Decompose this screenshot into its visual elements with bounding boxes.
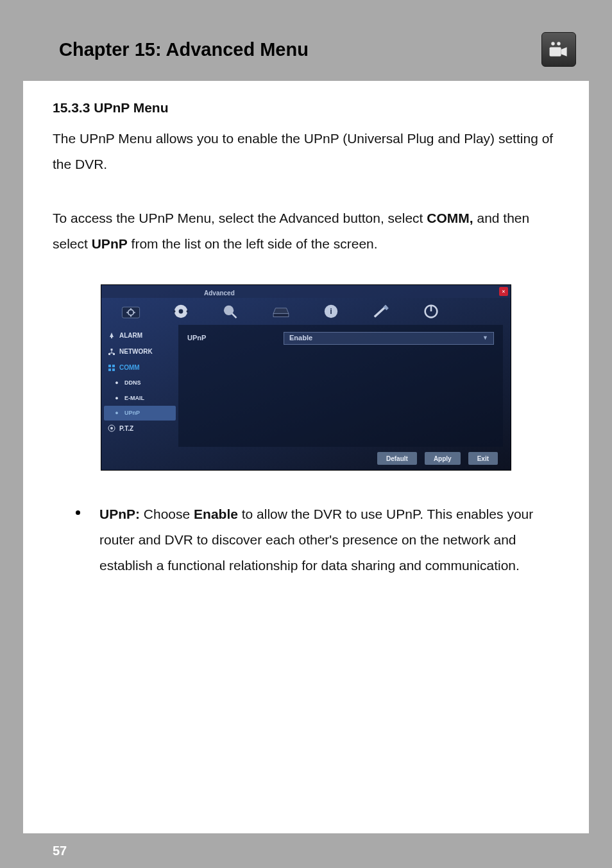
svg-point-2 [551, 42, 554, 45]
default-button[interactable]: Default [377, 452, 417, 465]
upnp-dropdown[interactable]: Enable ▼ [284, 332, 494, 345]
bullet-dot-icon [76, 510, 80, 515]
info-icon[interactable]: i [319, 302, 343, 321]
grid-icon [108, 364, 115, 372]
dvr-advanced-screenshot: Advanced × i [101, 284, 511, 471]
sidebar-item-label: UPnP [124, 408, 140, 419]
ptz-icon [108, 424, 115, 432]
sidebar-item-network[interactable]: NETWORK [101, 343, 178, 360]
bullet-icon: ● [113, 394, 121, 402]
bullet-icon: ● [113, 409, 121, 417]
svg-rect-27 [111, 349, 113, 351]
svg-point-11 [179, 309, 183, 314]
sidebar-item-label: DDNS [124, 378, 141, 388]
svg-rect-31 [112, 365, 115, 367]
settings-gear-icon[interactable] [119, 302, 142, 321]
svg-marker-1 [561, 47, 567, 56]
bullet-icon: ● [113, 379, 121, 387]
text-fragment: from the list on the left side of the sc… [128, 236, 378, 251]
bell-icon [108, 332, 115, 340]
sidebar-item-label: ALARM [119, 329, 142, 342]
top-icon-row: i [101, 298, 511, 325]
svg-text:i: i [330, 307, 332, 317]
sidebar-item-alarm[interactable]: ALARM [101, 327, 178, 343]
dialog-footer: Default Apply Exit [377, 452, 498, 465]
svg-line-15 [232, 314, 237, 318]
sidebar-item-label: P.T.Z [119, 422, 133, 435]
chapter-header: Chapter 15: Advanced Menu [23, 23, 589, 81]
network-icon [108, 348, 115, 356]
svg-point-13 [187, 311, 189, 313]
text-fragment: To access the UPnP Menu, select the Adva… [53, 211, 427, 225]
dropdown-value: Enable [289, 331, 312, 345]
text-strong-upnp: UPnP [92, 236, 128, 251]
settings-panel: UPnP Enable ▼ [178, 325, 503, 447]
text-strong-comm: COMM, [427, 211, 473, 225]
sidebar-item-comm[interactable]: COMM [101, 360, 178, 376]
hdd-icon[interactable] [269, 302, 293, 321]
upnp-field-row: UPnP Enable ▼ [178, 325, 503, 351]
content-area: 15.3.3 UPnP Menu The UPnP Menu allows yo… [23, 81, 589, 578]
window-title: Advanced [204, 287, 235, 299]
close-icon[interactable]: × [499, 287, 508, 296]
intro-paragraph: The UPnP Menu allows you to enable the U… [53, 126, 559, 177]
bullet-lead: UPnP: [99, 507, 140, 521]
svg-marker-16 [273, 308, 289, 314]
magnifier-icon[interactable] [219, 302, 242, 321]
svg-rect-33 [112, 369, 115, 371]
window-titlebar: Advanced × [101, 285, 511, 298]
page-number: 57 [53, 844, 67, 858]
camera-device-icon [541, 32, 576, 67]
sidebar-item-label: NETWORK [119, 345, 153, 358]
sidebar-item-upnp[interactable]: ● UPnP [104, 406, 176, 421]
svg-point-12 [173, 311, 175, 313]
svg-rect-0 [550, 47, 561, 56]
sidebar-item-ptz[interactable]: P.T.Z [101, 421, 178, 437]
sidebar-item-email[interactable]: ● E-MAIL [101, 391, 178, 406]
svg-rect-32 [108, 369, 111, 371]
upnp-field-label: UPnP [187, 331, 284, 345]
svg-point-35 [110, 427, 113, 430]
chapter-title: Chapter 15: Advanced Menu [59, 39, 309, 60]
sidebar-item-label: COMM [119, 361, 140, 374]
text-strong-enable: Enable [194, 507, 238, 521]
exit-button[interactable]: Exit [468, 452, 498, 465]
bullet-item: UPnP: Choose Enable to allow the DVR to … [53, 501, 559, 578]
instruction-paragraph: To access the UPnP Menu, select the Adva… [53, 205, 559, 257]
bullet-text: UPnP: Choose Enable to allow the DVR to … [99, 501, 559, 578]
sidebar-item-ddns[interactable]: ● DDNS [101, 376, 178, 390]
text-fragment: Choose [140, 507, 194, 521]
svg-point-3 [557, 42, 560, 45]
section-heading: 15.3.3 UPnP Menu [53, 95, 559, 121]
page-footer: 57 [23, 833, 589, 868]
apply-button[interactable]: Apply [425, 452, 461, 465]
brush-icon[interactable] [370, 302, 393, 321]
sidebar-item-label: E-MAIL [124, 393, 144, 404]
svg-rect-30 [108, 365, 111, 367]
chevron-down-icon: ▼ [482, 333, 488, 343]
sidebar: ALARM NETWORK COMM ● DDNS [101, 325, 178, 447]
svg-rect-17 [273, 314, 289, 317]
svg-rect-24 [111, 337, 112, 338]
power-icon[interactable] [420, 302, 443, 321]
dial-target-icon[interactable] [169, 302, 192, 321]
